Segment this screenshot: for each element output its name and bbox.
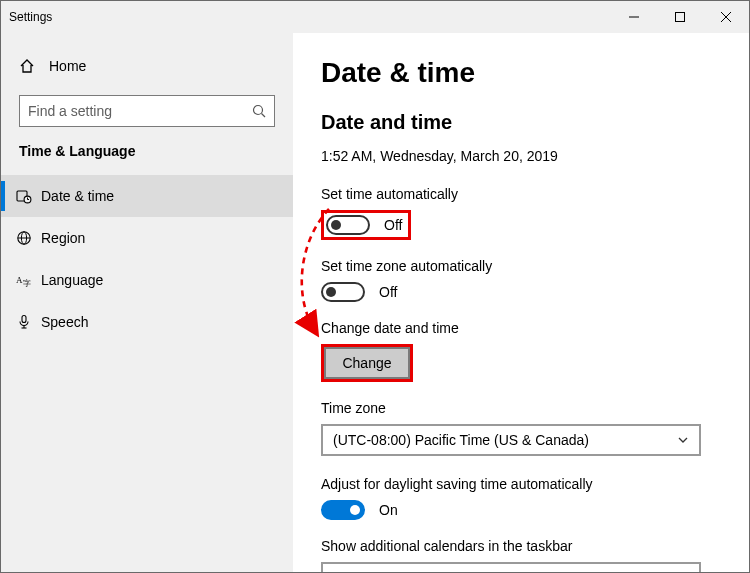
sidebar-item-label: Date & time [41,188,114,204]
sidebar-nav: Date & time Region A字 Language [1,175,293,343]
dst-label: Adjust for daylight saving time automati… [321,476,723,492]
annotation-highlight-button: Change [321,344,413,382]
minimize-button[interactable] [611,1,657,33]
timezone-value: (UTC-08:00) Pacific Time (US & Canada) [333,432,589,448]
maximize-button[interactable] [657,1,703,33]
microphone-icon [15,314,33,330]
set-time-auto-label: Set time automatically [321,186,723,202]
svg-line-5 [262,114,266,118]
sidebar: Home Find a setting Time & Language Date… [1,33,293,572]
change-datetime-label: Change date and time [321,320,723,336]
sidebar-home-label: Home [49,58,86,74]
set-tz-auto-toggle[interactable] [321,282,365,302]
dst-toggle[interactable] [321,500,365,520]
sidebar-category: Time & Language [1,127,293,169]
sidebar-item-language[interactable]: A字 Language [1,259,293,301]
sidebar-item-label: Language [41,272,103,288]
svg-text:A: A [16,275,23,285]
set-tz-auto-label: Set time zone automatically [321,258,723,274]
search-placeholder: Find a setting [28,103,252,119]
close-button[interactable] [703,1,749,33]
svg-rect-1 [676,13,685,22]
settings-window: Settings Home F [0,0,750,573]
additional-calendars-label: Show additional calendars in the taskbar [321,538,723,554]
dst-value: On [379,502,398,518]
window-controls [611,1,749,33]
search-input[interactable]: Find a setting [19,95,275,127]
sidebar-item-speech[interactable]: Speech [1,301,293,343]
timezone-dropdown[interactable]: (UTC-08:00) Pacific Time (US & Canada) [321,424,701,456]
additional-calendars-dropdown[interactable]: Don't show additional calendars [321,562,701,572]
globe-icon [15,230,33,246]
svg-text:字: 字 [23,279,31,288]
svg-point-4 [254,106,263,115]
chevron-down-icon [677,434,689,446]
sidebar-item-label: Region [41,230,85,246]
current-datetime: 1:52 AM, Wednesday, March 20, 2019 [321,148,723,164]
sidebar-home[interactable]: Home [19,47,275,85]
svg-rect-15 [22,316,26,323]
section-title: Date and time [321,111,723,134]
home-icon [19,58,35,74]
annotation-highlight-toggle: Off [321,210,411,240]
set-time-auto-toggle[interactable] [326,215,370,235]
language-icon: A字 [15,272,33,288]
window-title: Settings [9,10,52,24]
set-tz-auto-value: Off [379,284,397,300]
search-icon [252,104,266,118]
page-title: Date & time [321,57,723,89]
sidebar-item-region[interactable]: Region [1,217,293,259]
sidebar-item-label: Speech [41,314,88,330]
timezone-label: Time zone [321,400,723,416]
change-button[interactable]: Change [324,347,410,379]
content-pane: Date & time Date and time 1:52 AM, Wedne… [293,33,749,572]
additional-calendars-value: Don't show additional calendars [333,570,530,572]
set-time-auto-value: Off [384,217,402,233]
titlebar: Settings [1,1,749,33]
sidebar-item-date-time[interactable]: Date & time [1,175,293,217]
calendar-clock-icon [15,188,33,204]
